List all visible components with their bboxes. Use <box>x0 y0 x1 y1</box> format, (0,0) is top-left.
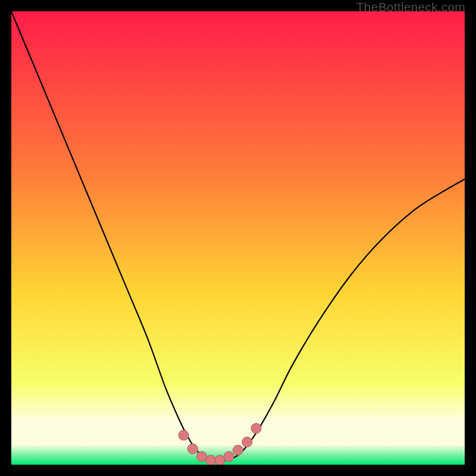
bottleneck-chart <box>11 11 465 465</box>
trough-marker <box>215 455 225 465</box>
chart-background <box>11 11 465 465</box>
trough-marker <box>251 424 261 434</box>
trough-marker <box>178 430 189 440</box>
trough-marker <box>197 452 207 462</box>
trough-marker <box>187 444 198 454</box>
trough-marker <box>242 437 252 447</box>
trough-marker <box>233 445 243 455</box>
trough-marker <box>206 455 216 465</box>
chart-stage: TheBottleneck.com <box>0 0 476 476</box>
trough-marker <box>224 452 234 462</box>
watermark-text: TheBottleneck.com <box>356 0 465 14</box>
